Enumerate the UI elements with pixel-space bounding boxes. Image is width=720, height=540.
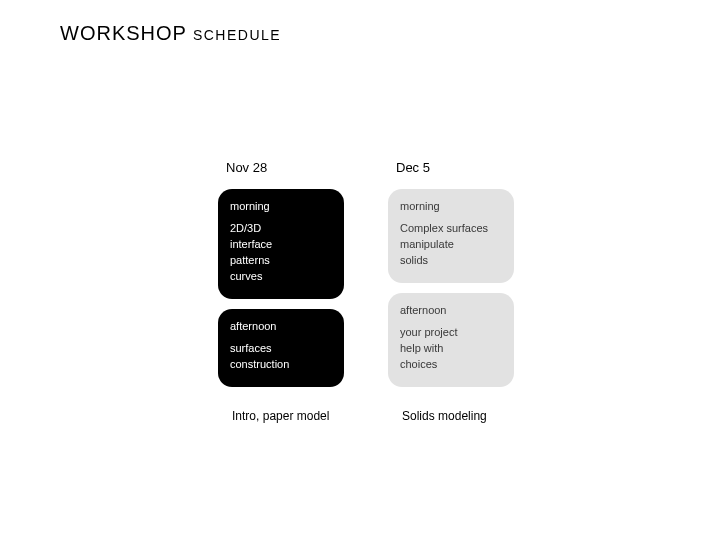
- schedule-columns: Nov 28 morning 2D/3D interface patterns …: [218, 160, 514, 425]
- column-dec5: Dec 5 morning Complex surfaces manipulat…: [388, 160, 514, 425]
- footer-line: Intro,: [232, 409, 259, 423]
- column-footer: Intro, paper model: [232, 407, 344, 425]
- morning-item: solids: [400, 253, 502, 269]
- morning-card: morning 2D/3D interface patterns curves: [218, 189, 344, 299]
- afternoon-item: construction: [230, 357, 332, 373]
- page-title: WORKSHOP SCHEDULE: [60, 22, 281, 45]
- footer-line: modeling: [438, 409, 487, 423]
- afternoon-header: afternoon: [230, 319, 332, 335]
- morning-item: 2D/3D: [230, 221, 332, 237]
- page: WORKSHOP SCHEDULE Nov 28 morning 2D/3D i…: [0, 0, 720, 540]
- morning-header: morning: [400, 199, 502, 215]
- afternoon-header: afternoon: [400, 303, 502, 319]
- afternoon-item: your project: [400, 325, 502, 341]
- afternoon-card: afternoon your project help with choices: [388, 293, 514, 387]
- column-nov28: Nov 28 morning 2D/3D interface patterns …: [218, 160, 344, 425]
- afternoon-item: choices: [400, 357, 502, 373]
- footer-line: Solids: [402, 409, 435, 423]
- footer-line: paper: [263, 409, 294, 423]
- footer-line: model: [297, 409, 330, 423]
- afternoon-item: help with: [400, 341, 502, 357]
- morning-item: patterns: [230, 253, 332, 269]
- date-label: Nov 28: [226, 160, 344, 175]
- morning-item: curves: [230, 269, 332, 285]
- morning-header: morning: [230, 199, 332, 215]
- date-label: Dec 5: [396, 160, 514, 175]
- morning-item: manipulate: [400, 237, 502, 253]
- title-word-2: SCHEDULE: [193, 27, 281, 43]
- afternoon-card: afternoon surfaces construction: [218, 309, 344, 387]
- title-word-1: WORKSHOP: [60, 22, 187, 44]
- morning-item: interface: [230, 237, 332, 253]
- morning-item: Complex surfaces: [400, 221, 502, 237]
- morning-card: morning Complex surfaces manipulate soli…: [388, 189, 514, 283]
- column-footer: Solids modeling: [402, 407, 514, 425]
- afternoon-item: surfaces: [230, 341, 332, 357]
